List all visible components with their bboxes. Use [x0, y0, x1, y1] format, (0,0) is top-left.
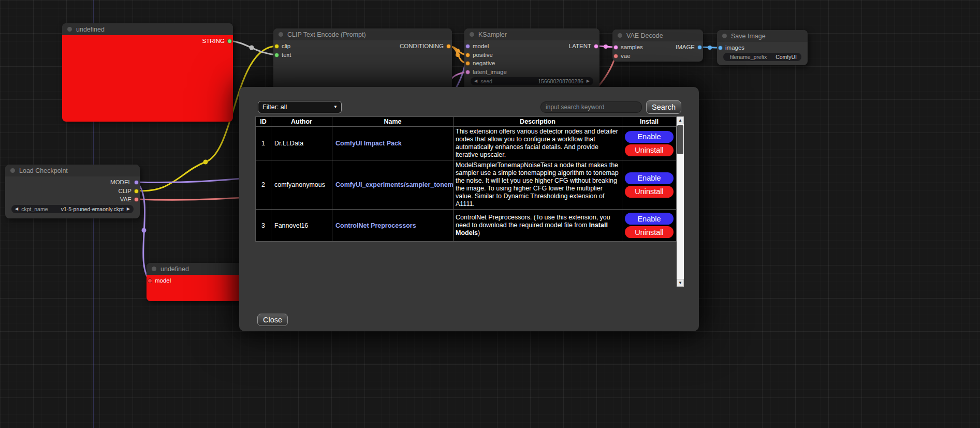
decrement-arrow-icon[interactable]: ◀ [474, 79, 477, 83]
header-id: ID [256, 117, 271, 127]
collapse-dot-icon[interactable] [470, 32, 474, 37]
node-title: undefined [160, 265, 189, 273]
slot-label-clip: clip [282, 43, 290, 49]
slot-label-samples: samples [621, 44, 643, 50]
uninstall-button[interactable]: Uninstall [625, 226, 674, 238]
input-slot-clip[interactable] [274, 44, 279, 49]
collapse-dot-icon[interactable] [10, 168, 15, 173]
input-slot-model[interactable] [465, 44, 470, 49]
table-row: 3 Fannovel16 ControlNet Preprocessors Co… [256, 210, 677, 242]
author-cell: comfyanonymous [271, 160, 332, 210]
search-button[interactable]: Search [646, 100, 681, 114]
slot-label-model-out: MODEL [110, 179, 131, 185]
scrollbar-track[interactable] [677, 124, 684, 279]
node-save-image[interactable]: Save Image images filename_prefix ComfyU… [717, 30, 808, 65]
collapse-dot-icon[interactable] [722, 34, 727, 38]
node-title: KSampler [478, 31, 507, 38]
slot-label-vae-out: VAE [120, 196, 131, 202]
collapse-dot-icon[interactable] [152, 267, 156, 271]
extension-link[interactable]: ComfyUI_experiments/sampler_tonemap [335, 181, 454, 188]
dialog-toolbar: Filter: all ▼ Search [258, 100, 681, 114]
input-slot-model[interactable] [148, 278, 152, 283]
node-vae-decode[interactable]: VAE Decode samples IMAGE vae [612, 29, 703, 62]
seed-widget[interactable]: ◀ seed 156680208700286 ▶ [471, 77, 593, 85]
slot-label-latent-image: latent_image [473, 69, 507, 75]
name-cell: ComfyUI_experiments/sampler_tonemap [332, 160, 454, 210]
node-title-bar[interactable]: Save Image [717, 30, 808, 42]
output-slot-vae[interactable] [134, 197, 139, 202]
node-title-bar[interactable]: CLIP Text Encode (Prompt) [273, 28, 452, 40]
node-undefined-top[interactable]: undefined STRING [62, 23, 233, 122]
filter-select[interactable]: Filter: all [258, 101, 342, 113]
node-title-bar[interactable]: KSampler [464, 28, 599, 40]
collapse-dot-icon[interactable] [67, 27, 72, 32]
header-name: Name [332, 117, 454, 127]
increment-arrow-icon[interactable]: ▶ [587, 79, 590, 83]
output-slot-model[interactable] [134, 180, 139, 185]
author-cell: Dr.Lt.Data [271, 127, 332, 160]
uninstall-button[interactable]: Uninstall [625, 144, 674, 156]
output-slot-string[interactable] [227, 39, 232, 43]
search-input[interactable] [540, 101, 642, 113]
decrement-arrow-icon[interactable]: ◀ [15, 207, 18, 211]
output-slot-image[interactable] [697, 45, 702, 50]
input-slot-samples[interactable] [613, 45, 618, 50]
header-author: Author [271, 117, 332, 127]
output-slot-latent[interactable] [594, 44, 598, 49]
node-title-bar[interactable]: undefined [62, 23, 233, 35]
close-button[interactable]: Close [257, 314, 288, 326]
node-title-bar[interactable]: VAE Decode [612, 29, 703, 41]
increment-arrow-icon[interactable]: ▶ [127, 207, 130, 211]
node-title-bar[interactable]: Load Checkpoint [5, 165, 140, 176]
slot-label-latent: LATENT [569, 43, 591, 49]
header-install: Install [622, 117, 677, 127]
table-row: 2 comfyanonymous ComfyUI_experiments/sam… [256, 160, 677, 210]
enable-button[interactable]: Enable [625, 131, 674, 143]
table-scrollbar[interactable]: ▲ ▼ [677, 116, 684, 287]
collapse-dot-icon[interactable] [618, 33, 622, 38]
node-body: STRING [62, 35, 233, 122]
enable-button[interactable]: Enable [625, 172, 674, 184]
scroll-up-button[interactable]: ▲ [677, 116, 684, 124]
slot-label-positive: positive [473, 52, 493, 58]
node-title: Load Checkpoint [19, 167, 68, 174]
input-slot-negative[interactable] [465, 61, 470, 66]
extension-link[interactable]: ControlNet Preprocessors [335, 222, 416, 229]
extension-table: ID Author Name Description Install 1 Dr.… [255, 116, 677, 242]
node-title: CLIP Text Encode (Prompt) [287, 31, 366, 38]
node-title: Save Image [731, 33, 766, 40]
input-slot-positive[interactable] [465, 53, 470, 57]
widget-value: 156680208700286 [538, 78, 583, 84]
filename-prefix-widget[interactable]: filename_prefix ComfyUI [723, 53, 801, 61]
input-slot-text[interactable] [274, 53, 279, 57]
slot-label-negative: negative [473, 60, 495, 66]
widget-label: ckpt_name [21, 206, 48, 212]
input-slot-vae[interactable] [613, 54, 618, 58]
extension-manager-dialog: Filter: all ▼ Search ID Author Name Desc… [239, 87, 699, 331]
id-cell: 1 [256, 127, 271, 160]
scrollbar-thumb[interactable] [677, 125, 683, 154]
enable-button[interactable]: Enable [625, 213, 674, 225]
extension-link[interactable]: ComfyUI Impact Pack [335, 140, 402, 147]
input-slot-latent-image[interactable] [465, 70, 470, 75]
install-cell: Enable Uninstall [622, 210, 677, 242]
slot-label-vae: vae [621, 53, 631, 59]
widget-label: seed [480, 78, 492, 84]
header-description: Description [454, 117, 622, 127]
output-slot-conditioning[interactable] [446, 44, 451, 49]
slot-label-conditioning: CONDITIONING [400, 43, 444, 49]
scroll-down-button[interactable]: ▼ [677, 279, 684, 287]
collapse-dot-icon[interactable] [279, 32, 283, 37]
id-cell: 3 [256, 210, 271, 242]
output-slot-clip[interactable] [134, 189, 139, 194]
input-slot-images[interactable] [718, 46, 723, 50]
slot-label-images: images [725, 45, 744, 51]
uninstall-button[interactable]: Uninstall [625, 186, 674, 198]
ckpt-name-widget[interactable]: ◀ ckpt_name v1-5-pruned-emaonly.ckpt ▶ [11, 205, 134, 213]
node-title: undefined [76, 26, 105, 33]
widget-value: ComfyUI [776, 54, 797, 60]
author-cell: Fannovel16 [271, 210, 332, 242]
slot-label-string: STRING [202, 38, 225, 44]
node-load-checkpoint[interactable]: Load Checkpoint MODEL CLIP VAE ◀ ckpt_na… [5, 165, 140, 218]
widget-label: filename_prefix [730, 54, 767, 60]
